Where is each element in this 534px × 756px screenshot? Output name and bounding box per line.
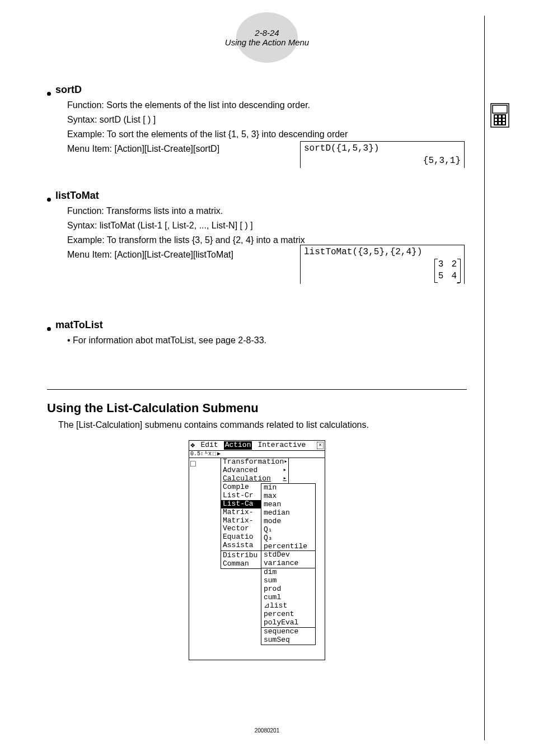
page-title: Using the Action Menu: [225, 38, 309, 47]
bullet-icon: [47, 327, 51, 331]
calc-work-area[interactable]: □: [189, 458, 221, 660]
menubar-action[interactable]: Action: [224, 441, 252, 450]
svg-rect-9: [495, 122, 497, 124]
listtomat-title: listToMat: [55, 190, 99, 202]
svg-rect-6: [495, 119, 497, 121]
chevron-down-icon[interactable]: ❖: [190, 441, 195, 449]
submenu-item[interactable]: percentile: [261, 543, 315, 551]
svg-rect-8: [503, 119, 505, 121]
page-right-rule: [484, 16, 485, 740]
sortd-syntax: Syntax: sortD (List [ ) ]: [67, 115, 467, 125]
menubar-edit[interactable]: Edit: [199, 441, 219, 450]
page-header-badge: 2-8-24 Using the Action Menu: [236, 12, 298, 63]
submenu-item[interactable]: prod: [261, 585, 315, 594]
submenu-arrow-icon: ▸: [284, 458, 288, 466]
submenu-item[interactable]: Q₃: [261, 534, 315, 543]
sortd-heading: sortD: [47, 84, 467, 96]
matrix-cell: 2: [451, 259, 457, 271]
calculator-screenshot: ❖ Edit Action Interactive × 0.5↕ ⅟x ⬚ ▶ …: [189, 440, 325, 660]
submenu-item[interactable]: sumSeq: [261, 636, 315, 645]
mattolist-note: • For information abot matToList, see pa…: [67, 335, 467, 346]
sortd-calc-input: sortD({1,5,3}): [304, 143, 461, 155]
svg-rect-4: [499, 115, 501, 118]
submenu-item[interactable]: mode: [261, 517, 315, 526]
listtomat-syntax: Syntax: listToMat (List-1 [, List-2, ...…: [67, 221, 467, 231]
submenu-item[interactable]: min: [261, 484, 315, 492]
menu-item[interactable]: Calculation▸: [221, 475, 288, 483]
svg-rect-10: [499, 122, 501, 124]
calc-menubar: ❖ Edit Action Interactive ×: [189, 441, 325, 451]
bullet-icon: [47, 198, 51, 202]
listtomat-heading: listToMat: [47, 190, 467, 202]
sortd-calc-display: sortD({1,5,3}) {5,3,1}: [300, 141, 465, 168]
sortd-function: Function: Sorts the elements of the list…: [67, 100, 467, 110]
section-divider: [47, 389, 467, 390]
toolbar-button[interactable]: ⅟x: [205, 451, 212, 457]
svg-rect-3: [495, 115, 497, 118]
matrix-output: 32 54: [434, 259, 461, 283]
submenu-item[interactable]: ⊿list: [261, 602, 315, 610]
submenu-arrow-icon: ▸: [283, 475, 287, 483]
listtomat-calc-display: listToMat({3,5},{2,4}) 32 54: [300, 245, 465, 284]
submenu-item[interactable]: max: [261, 492, 315, 501]
matrix-cell: 5: [438, 270, 444, 283]
submenu-item[interactable]: sum: [261, 577, 315, 585]
submenu-item[interactable]: stdDev: [261, 551, 315, 559]
mattolist-title: matToList: [55, 319, 103, 331]
submenu-item[interactable]: polyEval: [261, 619, 315, 627]
svg-rect-11: [503, 122, 505, 124]
listtomat-function: Function: Transforms lists into a matrix…: [67, 206, 467, 216]
svg-rect-1: [493, 105, 507, 113]
submenu-item[interactable]: mean: [261, 501, 315, 509]
listcalc-submenu: min max mean median mode Q₁ Q₃ percentil…: [261, 483, 316, 645]
page-number: 2-8-24: [255, 28, 279, 38]
menu-item[interactable]: Transformation▸: [221, 458, 288, 466]
submenu-item[interactable]: dim: [261, 568, 315, 577]
submenu-item[interactable]: variance: [261, 559, 315, 568]
sortd-example: Example: To sort the elements of the lis…: [67, 129, 467, 139]
close-icon[interactable]: ×: [317, 442, 324, 450]
submenu-item[interactable]: sequence: [261, 628, 315, 636]
listcalc-desc: The [List-Calculation] submenu contains …: [58, 420, 467, 430]
bullet-icon: [47, 92, 51, 96]
listtomat-calc-input: listToMat({3,5},{2,4}): [304, 246, 461, 259]
sortd-calc-output: {5,3,1}: [304, 155, 461, 167]
matrix-cell: 3: [438, 259, 444, 271]
submenu-item[interactable]: cuml: [261, 594, 315, 602]
toolbar-button[interactable]: 0.5↕: [190, 451, 204, 457]
calc-toolbar: 0.5↕ ⅟x ⬚ ▶: [189, 451, 325, 458]
listtomat-example: Example: To transform the lists {3, 5} a…: [67, 235, 467, 245]
sortd-title: sortD: [55, 84, 82, 96]
submenu-item[interactable]: percent: [261, 610, 315, 619]
keypad-icon: [490, 103, 509, 128]
submenu-item[interactable]: Q₁: [261, 526, 315, 534]
listcalc-heading: Using the List-Calculation Submenu: [47, 401, 467, 416]
toolbar-button[interactable]: ⬚: [213, 451, 216, 457]
submenu-item[interactable]: median: [261, 509, 315, 517]
mattolist-heading: matToList: [47, 319, 467, 331]
menu-item[interactable]: Advanced▸: [221, 466, 288, 475]
toolbar-button[interactable]: ▶: [217, 451, 221, 457]
menubar-interactive[interactable]: Interactive: [256, 441, 307, 450]
matrix-cell: 4: [451, 270, 457, 283]
svg-rect-7: [499, 119, 501, 121]
footer-code: 20080201: [255, 727, 280, 734]
svg-rect-5: [503, 115, 505, 118]
submenu-arrow-icon: ▸: [283, 466, 287, 475]
cursor-icon: □: [190, 459, 196, 469]
